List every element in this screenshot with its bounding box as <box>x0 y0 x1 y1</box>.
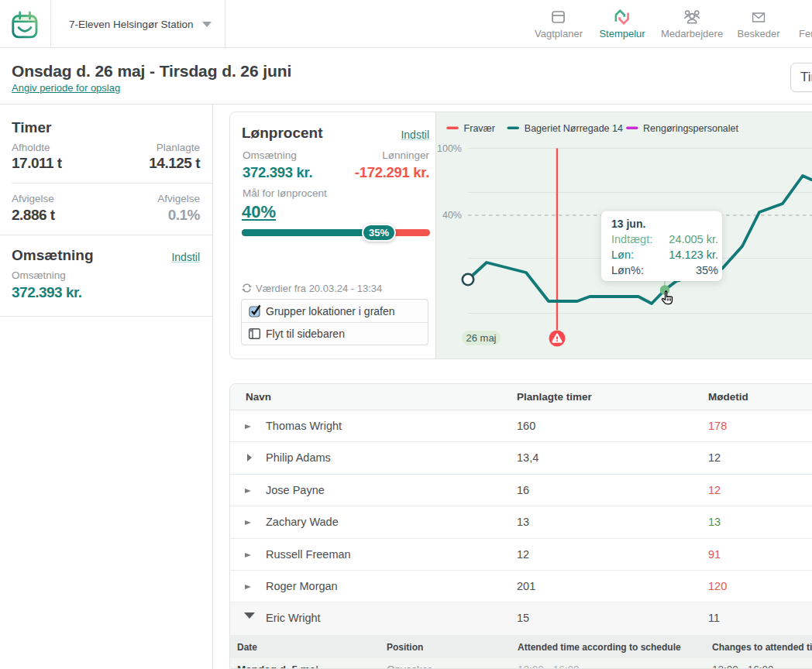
svg-text:Bageriet Nørregade 14: Bageriet Nørregade 14 <box>525 123 623 134</box>
svg-text:Løn%:: Løn%: <box>611 264 644 276</box>
svg-text:13 jun.: 13 jun. <box>611 218 645 230</box>
svg-text:24.005 kr.: 24.005 kr. <box>669 233 718 245</box>
svg-text:14.123 kr.: 14.123 kr. <box>669 249 718 261</box>
svg-text:40%: 40% <box>442 210 462 221</box>
svg-text:Rengøringspersonalet: Rengøringspersonalet <box>643 123 739 134</box>
svg-text:100%: 100% <box>437 143 462 154</box>
svg-text:Løn:: Løn: <box>611 249 634 261</box>
svg-text:35%: 35% <box>696 264 718 276</box>
svg-text:26 maj: 26 maj <box>466 332 496 344</box>
svg-text:Fravær: Fravær <box>464 123 495 134</box>
svg-text:Indtægt:: Indtægt: <box>611 233 652 245</box>
